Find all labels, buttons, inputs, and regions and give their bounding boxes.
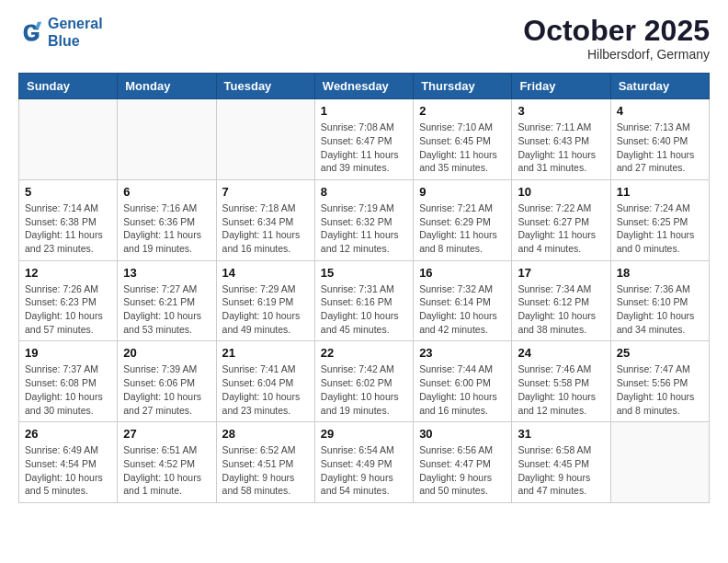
calendar-cell-w1d7: 4Sunrise: 7:13 AM Sunset: 6:40 PM Daylig… [610, 99, 709, 180]
calendar-cell-w1d1 [19, 99, 118, 180]
calendar-cell-w1d3 [216, 99, 314, 180]
calendar-cell-w2d1: 5Sunrise: 7:14 AM Sunset: 6:38 PM Daylig… [19, 179, 118, 260]
day-info: Sunrise: 7:27 AM Sunset: 6:21 PM Dayligh… [123, 282, 210, 337]
day-info: Sunrise: 7:42 AM Sunset: 6:02 PM Dayligh… [321, 362, 407, 417]
day-info: Sunrise: 6:56 AM Sunset: 4:47 PM Dayligh… [419, 443, 506, 498]
calendar-cell-w5d4: 29Sunrise: 6:54 AM Sunset: 4:49 PM Dayli… [314, 422, 413, 503]
logo-icon [18, 19, 44, 45]
month-title: October 2025 [523, 15, 710, 47]
day-number: 5 [25, 185, 111, 199]
day-number: 31 [518, 427, 604, 441]
calendar-cell-w4d5: 23Sunrise: 7:44 AM Sunset: 6:00 PM Dayli… [414, 341, 512, 422]
header-wednesday: Wednesday [314, 74, 413, 99]
calendar-cell-w3d2: 13Sunrise: 7:27 AM Sunset: 6:21 PM Dayli… [118, 260, 216, 341]
day-info: Sunrise: 7:36 AM Sunset: 6:10 PM Dayligh… [617, 282, 703, 337]
day-info: Sunrise: 7:21 AM Sunset: 6:29 PM Dayligh… [419, 201, 506, 256]
day-info: Sunrise: 7:32 AM Sunset: 6:14 PM Dayligh… [419, 282, 506, 337]
header-monday: Monday [118, 74, 216, 99]
header-tuesday: Tuesday [216, 74, 314, 99]
day-info: Sunrise: 7:14 AM Sunset: 6:38 PM Dayligh… [25, 201, 111, 256]
logo-line2: Blue [48, 33, 80, 49]
day-info: Sunrise: 7:31 AM Sunset: 6:16 PM Dayligh… [321, 282, 407, 337]
calendar-cell-w1d5: 2Sunrise: 7:10 AM Sunset: 6:45 PM Daylig… [414, 99, 512, 180]
day-info: Sunrise: 7:18 AM Sunset: 6:34 PM Dayligh… [222, 201, 309, 256]
weekday-header-row: Sunday Monday Tuesday Wednesday Thursday… [19, 74, 710, 99]
day-info: Sunrise: 7:26 AM Sunset: 6:23 PM Dayligh… [25, 282, 111, 337]
day-number: 12 [25, 266, 111, 280]
calendar-cell-w4d4: 22Sunrise: 7:42 AM Sunset: 6:02 PM Dayli… [314, 341, 413, 422]
calendar-cell-w2d7: 11Sunrise: 7:24 AM Sunset: 6:25 PM Dayli… [610, 179, 709, 260]
day-number: 16 [419, 266, 506, 280]
day-info: Sunrise: 7:47 AM Sunset: 5:56 PM Dayligh… [617, 362, 703, 417]
week-row-1: 1Sunrise: 7:08 AM Sunset: 6:47 PM Daylig… [19, 99, 710, 180]
title-section: October 2025 Hilbersdorf, Germany [523, 15, 710, 62]
day-number: 1 [321, 104, 407, 118]
calendar-cell-w2d4: 8Sunrise: 7:19 AM Sunset: 6:32 PM Daylig… [314, 179, 413, 260]
day-number: 21 [222, 346, 309, 360]
header-sunday: Sunday [19, 74, 118, 99]
day-info: Sunrise: 6:54 AM Sunset: 4:49 PM Dayligh… [321, 443, 407, 498]
day-number: 22 [321, 346, 407, 360]
day-info: Sunrise: 7:11 AM Sunset: 6:43 PM Dayligh… [518, 121, 604, 175]
day-info: Sunrise: 6:49 AM Sunset: 4:54 PM Dayligh… [25, 443, 111, 498]
day-number: 20 [123, 346, 210, 360]
day-number: 9 [419, 185, 506, 199]
day-info: Sunrise: 7:16 AM Sunset: 6:36 PM Dayligh… [123, 201, 210, 256]
calendar-table: Sunday Monday Tuesday Wednesday Thursday… [18, 73, 710, 503]
day-number: 13 [123, 266, 210, 280]
calendar-cell-w4d3: 21Sunrise: 7:41 AM Sunset: 6:04 PM Dayli… [216, 341, 314, 422]
calendar-cell-w2d5: 9Sunrise: 7:21 AM Sunset: 6:29 PM Daylig… [414, 179, 512, 260]
day-number: 10 [518, 185, 604, 199]
header-friday: Friday [512, 74, 610, 99]
logo: General Blue [18, 15, 103, 50]
header-thursday: Thursday [414, 74, 512, 99]
calendar-cell-w3d4: 15Sunrise: 7:31 AM Sunset: 6:16 PM Dayli… [314, 260, 413, 341]
day-info: Sunrise: 7:13 AM Sunset: 6:40 PM Dayligh… [617, 121, 703, 175]
day-number: 3 [518, 104, 604, 118]
location-subtitle: Hilbersdorf, Germany [523, 47, 710, 62]
logo-line1: General [48, 16, 103, 31]
day-info: Sunrise: 7:08 AM Sunset: 6:47 PM Dayligh… [321, 121, 407, 175]
header: General Blue October 2025 Hilbersdorf, G… [18, 15, 710, 62]
calendar-cell-w5d3: 28Sunrise: 6:52 AM Sunset: 4:51 PM Dayli… [216, 422, 314, 503]
header-saturday: Saturday [610, 74, 709, 99]
svg-marker-0 [35, 22, 41, 29]
calendar-cell-w5d6: 31Sunrise: 6:58 AM Sunset: 4:45 PM Dayli… [512, 422, 610, 503]
calendar-cell-w2d2: 6Sunrise: 7:16 AM Sunset: 6:36 PM Daylig… [118, 179, 216, 260]
calendar-cell-w5d2: 27Sunrise: 6:51 AM Sunset: 4:52 PM Dayli… [118, 422, 216, 503]
week-row-2: 5Sunrise: 7:14 AM Sunset: 6:38 PM Daylig… [19, 179, 710, 260]
day-info: Sunrise: 7:37 AM Sunset: 6:08 PM Dayligh… [25, 362, 111, 417]
day-number: 14 [222, 266, 309, 280]
day-number: 24 [518, 346, 604, 360]
day-number: 11 [617, 185, 703, 199]
calendar-cell-w4d1: 19Sunrise: 7:37 AM Sunset: 6:08 PM Dayli… [19, 341, 118, 422]
day-info: Sunrise: 7:19 AM Sunset: 6:32 PM Dayligh… [321, 201, 407, 256]
day-number: 30 [419, 427, 506, 441]
day-number: 29 [321, 427, 407, 441]
calendar-cell-w5d7 [610, 422, 709, 503]
day-info: Sunrise: 7:34 AM Sunset: 6:12 PM Dayligh… [518, 282, 604, 337]
page-container: General Blue October 2025 Hilbersdorf, G… [0, 0, 728, 512]
calendar-cell-w4d6: 24Sunrise: 7:46 AM Sunset: 5:58 PM Dayli… [512, 341, 610, 422]
day-number: 19 [25, 346, 111, 360]
day-info: Sunrise: 7:22 AM Sunset: 6:27 PM Dayligh… [518, 201, 604, 256]
calendar-cell-w5d1: 26Sunrise: 6:49 AM Sunset: 4:54 PM Dayli… [19, 422, 118, 503]
day-info: Sunrise: 6:58 AM Sunset: 4:45 PM Dayligh… [518, 443, 604, 498]
day-info: Sunrise: 7:10 AM Sunset: 6:45 PM Dayligh… [419, 121, 506, 175]
day-number: 2 [419, 104, 506, 118]
calendar-cell-w3d3: 14Sunrise: 7:29 AM Sunset: 6:19 PM Dayli… [216, 260, 314, 341]
day-info: Sunrise: 6:51 AM Sunset: 4:52 PM Dayligh… [123, 443, 210, 498]
day-number: 7 [222, 185, 309, 199]
day-number: 18 [617, 266, 703, 280]
week-row-5: 26Sunrise: 6:49 AM Sunset: 4:54 PM Dayli… [19, 422, 710, 503]
day-info: Sunrise: 7:24 AM Sunset: 6:25 PM Dayligh… [617, 201, 703, 256]
day-number: 4 [617, 104, 703, 118]
day-number: 28 [222, 427, 309, 441]
calendar-cell-w5d5: 30Sunrise: 6:56 AM Sunset: 4:47 PM Dayli… [414, 422, 512, 503]
calendar-cell-w3d7: 18Sunrise: 7:36 AM Sunset: 6:10 PM Dayli… [610, 260, 709, 341]
calendar-cell-w3d6: 17Sunrise: 7:34 AM Sunset: 6:12 PM Dayli… [512, 260, 610, 341]
day-number: 26 [25, 427, 111, 441]
calendar-cell-w4d2: 20Sunrise: 7:39 AM Sunset: 6:06 PM Dayli… [118, 341, 216, 422]
day-info: Sunrise: 7:29 AM Sunset: 6:19 PM Dayligh… [222, 282, 309, 337]
day-number: 8 [321, 185, 407, 199]
